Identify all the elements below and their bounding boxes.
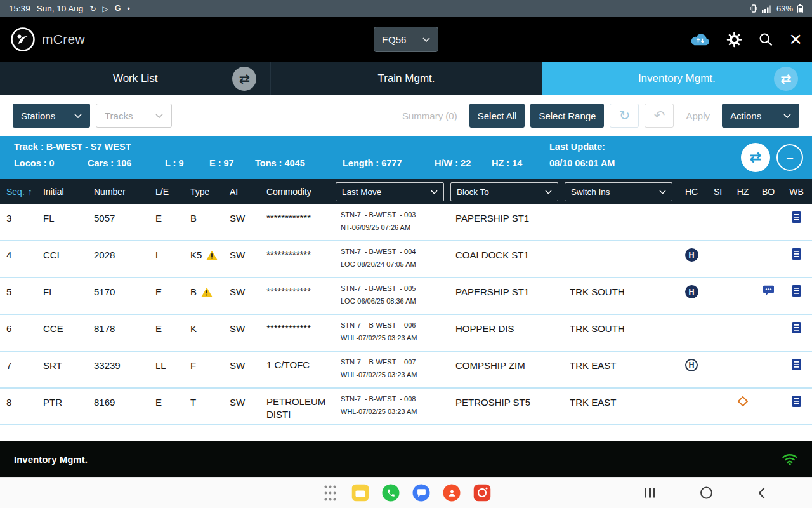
collapse-circle-icon[interactable]: – xyxy=(776,144,803,171)
messages-app-icon[interactable] xyxy=(413,485,430,502)
cell-switchins: TRK EAST xyxy=(563,389,678,408)
folder-app-icon[interactable] xyxy=(352,485,369,502)
play-store-icon: ▷ xyxy=(102,5,108,13)
hazmat-h-icon: H xyxy=(685,248,698,262)
contacts-app-icon[interactable] xyxy=(443,485,461,502)
cell-seq: 3 xyxy=(0,204,37,224)
select-all-button[interactable]: Select All xyxy=(469,104,525,128)
select-range-button[interactable]: Select Range xyxy=(530,104,604,128)
cell-hz xyxy=(730,204,756,211)
settings-gear-icon[interactable] xyxy=(726,32,742,48)
switch-ins-filter-dropdown[interactable]: Switch Ins xyxy=(565,182,672,201)
table-row[interactable]: 6 CCE 8178 E K SW ************ STN-7 - B… xyxy=(0,315,812,352)
equipment-doc-icon[interactable] xyxy=(792,396,801,407)
cell-le: LL xyxy=(149,352,184,371)
cell-commodity: ************ xyxy=(260,278,334,298)
equipment-doc-icon[interactable] xyxy=(792,248,801,260)
phone-app-icon[interactable] xyxy=(383,485,400,502)
cell-bo xyxy=(756,241,781,248)
status-date: Sun, 10 Aug xyxy=(37,4,84,13)
tab-work-list[interactable]: Work List ⇄ xyxy=(0,62,270,95)
google-icon: G xyxy=(115,4,121,13)
train-selector-value: EQ56 xyxy=(382,34,406,45)
tab-inventory-mgmt[interactable]: Inventory Mgmt. ⇄ xyxy=(542,62,812,95)
android-nav-bar xyxy=(0,477,812,508)
cell-blockto: PAPERSHIP ST1 xyxy=(449,204,563,224)
equipment-doc-icon[interactable] xyxy=(792,322,801,333)
cell-blockto: PETROSHIP ST5 xyxy=(449,389,563,408)
cell-lastmove: STN-7 - B-WEST - 003 NT-06/09/25 07:26 A… xyxy=(334,204,449,234)
cell-type-text: K xyxy=(190,323,197,334)
apply-button[interactable]: Apply xyxy=(679,104,716,128)
table-row[interactable]: 7 SRT 33239 LL F SW 1 C/TOFC STN-7 - B-W… xyxy=(0,352,812,389)
summary-button[interactable]: Summary (0) xyxy=(396,104,464,128)
cell-si xyxy=(705,352,730,359)
hw-stat: H/W : 22 xyxy=(435,158,471,168)
tab-train-mgmt[interactable]: Train Mgmt. xyxy=(270,62,541,95)
hazmat-diamond-icon xyxy=(738,396,749,407)
equipment-doc-icon[interactable] xyxy=(792,285,801,297)
block-to-filter-dropdown[interactable]: Block To xyxy=(450,182,558,201)
wifi-icon xyxy=(782,453,798,465)
cloud-sync-icon[interactable] xyxy=(690,32,710,47)
cell-initial: SRT xyxy=(37,352,88,371)
hazmat-h-outline-icon: H xyxy=(685,359,698,371)
header-actions: × xyxy=(690,30,802,48)
table-row[interactable]: 5 FL 5170 E B SW ************ STN-7 - B-… xyxy=(0,278,812,315)
app-drawer-icon[interactable] xyxy=(322,485,339,502)
column-header-seq[interactable]: Seq. ↑ xyxy=(0,187,37,197)
cell-ai: SW xyxy=(223,315,260,334)
stations-dropdown[interactable]: Stations xyxy=(13,104,90,128)
back-button[interactable] xyxy=(758,487,765,498)
filter-toolbar: Stations Tracks Summary (0) Select All S… xyxy=(0,95,812,136)
battery-icon xyxy=(797,4,803,13)
recents-button[interactable] xyxy=(645,488,655,498)
cell-switchins: TRK SOUTH xyxy=(563,278,678,297)
comment-icon[interactable] xyxy=(763,285,775,296)
home-button[interactable] xyxy=(700,487,712,499)
actions-dropdown[interactable]: Actions xyxy=(722,104,799,128)
cell-lastmove-line2: WHL-07/02/25 03:23 AM xyxy=(341,331,449,344)
cell-lastmove: STN-7 - B-WEST - 007 WHL-07/02/25 03:23 … xyxy=(334,352,449,381)
cell-initial: CCL xyxy=(37,241,88,260)
equipment-doc-icon[interactable] xyxy=(792,359,801,370)
cell-le: E xyxy=(149,389,184,408)
equipment-doc-icon[interactable] xyxy=(792,211,801,223)
nav-system-buttons xyxy=(645,487,766,499)
close-icon[interactable]: × xyxy=(789,30,802,48)
undo-button[interactable]: ↶ xyxy=(645,104,674,128)
cell-lastmove: STN-7 - B-WEST - 005 LOC-06/06/25 08:36 … xyxy=(334,278,449,307)
swap-list-icon[interactable]: ⇄ xyxy=(774,67,798,91)
tracks-dropdown[interactable]: Tracks xyxy=(96,104,172,128)
column-header-bo: BO xyxy=(756,187,781,197)
cell-seq: 8 xyxy=(0,389,37,408)
cell-hz xyxy=(730,241,756,248)
cell-lastmove-line1: STN-7 - B-WEST - 006 xyxy=(341,319,449,331)
sort-ascending-icon: ↑ xyxy=(28,187,32,197)
chevron-down-icon xyxy=(659,190,666,194)
cell-le: E xyxy=(149,204,184,224)
column-header-le: L/E xyxy=(149,187,184,197)
table-row[interactable]: 3 FL 5057 E B SW ************ STN-7 - B-… xyxy=(0,204,812,241)
cell-lastmove-line2: WHL-07/02/25 03:23 AM xyxy=(341,368,449,381)
camera-app-icon[interactable] xyxy=(474,485,491,502)
refresh-button[interactable]: ↻ xyxy=(610,104,639,128)
cell-wb xyxy=(781,315,812,333)
cell-ai: SW xyxy=(223,241,260,260)
cell-si xyxy=(705,241,730,248)
cell-commodity: ************ xyxy=(260,315,334,335)
swap-track-icon[interactable]: ⇄ xyxy=(741,143,770,172)
search-icon[interactable] xyxy=(758,32,773,47)
nav-app-shortcuts xyxy=(322,485,491,502)
cell-commodity: PETROLEUM DISTI xyxy=(260,389,334,422)
cell-hz xyxy=(730,389,756,405)
cell-type: F xyxy=(184,352,223,371)
table-row[interactable]: 8 PTR 8169 E T SW PETROLEUM DISTI STN-7 … xyxy=(0,389,812,425)
table-row[interactable]: 4 CCL 2028 L K5 SW ************ STN-7 - … xyxy=(0,241,812,278)
last-move-filter-dropdown[interactable]: Last Move xyxy=(336,182,444,201)
chevron-down-icon xyxy=(783,114,791,118)
status-left: 15:39 Sun, 10 Aug ↻ ▷ G • xyxy=(9,4,130,13)
last-update-label: Last Update: xyxy=(549,142,605,152)
train-selector-dropdown[interactable]: EQ56 xyxy=(374,27,438,52)
swap-list-icon[interactable]: ⇄ xyxy=(232,67,256,91)
